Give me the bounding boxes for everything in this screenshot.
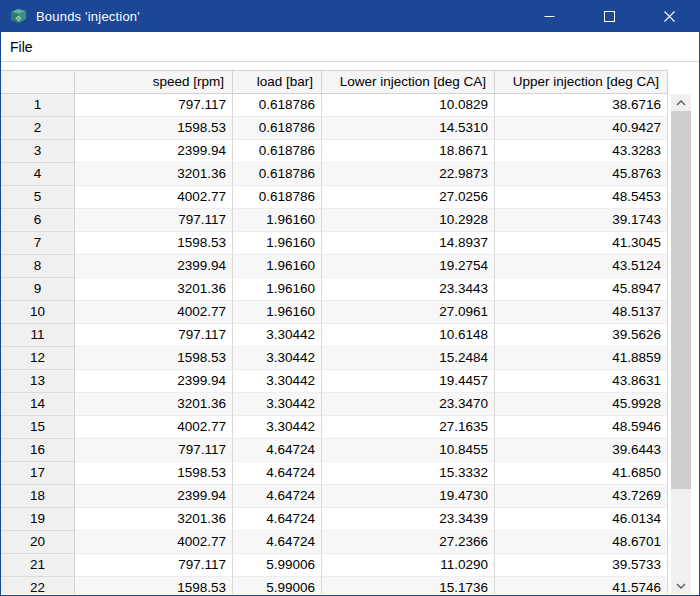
table-cell[interactable]: 2399.94 [75, 485, 233, 508]
table-cell[interactable]: 4.64724 [233, 439, 322, 462]
row-number-cell[interactable]: 12 [1, 347, 75, 370]
row-number-cell[interactable]: 18 [1, 485, 75, 508]
table-cell[interactable]: 40.9427 [495, 117, 668, 140]
table-cell[interactable]: 1598.53 [75, 347, 233, 370]
table-cell[interactable]: 39.6443 [495, 439, 668, 462]
table-cell[interactable]: 4.64724 [233, 531, 322, 554]
table-cell[interactable]: 10.8455 [322, 439, 495, 462]
table-cell[interactable]: 1598.53 [75, 117, 233, 140]
table-cell[interactable]: 39.5733 [495, 554, 668, 577]
column-header-lower-injection[interactable]: Lower injection [deg CA] [322, 70, 495, 94]
table-cell[interactable]: 1.96160 [233, 232, 322, 255]
table-cell[interactable]: 3.30442 [233, 347, 322, 370]
table-cell[interactable]: 0.618786 [233, 140, 322, 163]
table-cell[interactable]: 1598.53 [75, 462, 233, 485]
table-cell[interactable]: 45.8763 [495, 163, 668, 186]
table-cell[interactable]: 797.117 [75, 439, 233, 462]
table-cell[interactable]: 27.0961 [322, 301, 495, 324]
table-cell[interactable]: 38.6716 [495, 94, 668, 117]
scroll-up-button[interactable] [671, 94, 691, 111]
row-number-cell[interactable]: 13 [1, 370, 75, 393]
table-cell[interactable]: 4002.77 [75, 416, 233, 439]
table-cell[interactable]: 1.96160 [233, 278, 322, 301]
table-cell[interactable]: 3.30442 [233, 324, 322, 347]
table-cell[interactable]: 10.2928 [322, 209, 495, 232]
table-cell[interactable]: 15.2484 [322, 347, 495, 370]
table-cell[interactable]: 41.5746 [495, 577, 668, 594]
table-cell[interactable]: 3.30442 [233, 393, 322, 416]
row-number-cell[interactable]: 20 [1, 531, 75, 554]
table-cell[interactable]: 10.0829 [322, 94, 495, 117]
minimize-button[interactable] [519, 1, 579, 32]
table-cell[interactable]: 27.0256 [322, 186, 495, 209]
table-cell[interactable]: 3.30442 [233, 416, 322, 439]
table-cell[interactable]: 3201.36 [75, 393, 233, 416]
table-cell[interactable]: 0.618786 [233, 163, 322, 186]
table-cell[interactable]: 797.117 [75, 324, 233, 347]
corner-header-cell[interactable] [1, 70, 75, 94]
table-cell[interactable]: 48.5453 [495, 186, 668, 209]
table-cell[interactable]: 39.5626 [495, 324, 668, 347]
table-cell[interactable]: 1598.53 [75, 232, 233, 255]
table-cell[interactable]: 23.3439 [322, 508, 495, 531]
table-cell[interactable]: 4002.77 [75, 531, 233, 554]
row-number-cell[interactable]: 5 [1, 186, 75, 209]
table-cell[interactable]: 48.6701 [495, 531, 668, 554]
row-number-cell[interactable]: 6 [1, 209, 75, 232]
table-cell[interactable]: 5.99006 [233, 577, 322, 594]
row-number-cell[interactable]: 8 [1, 255, 75, 278]
table-cell[interactable]: 797.117 [75, 209, 233, 232]
table-cell[interactable]: 14.5310 [322, 117, 495, 140]
table-cell[interactable]: 18.8671 [322, 140, 495, 163]
table-cell[interactable]: 3201.36 [75, 278, 233, 301]
table-cell[interactable]: 4002.77 [75, 301, 233, 324]
table-cell[interactable]: 5.99006 [233, 554, 322, 577]
row-number-cell[interactable]: 11 [1, 324, 75, 347]
table-cell[interactable]: 1.96160 [233, 255, 322, 278]
table-cell[interactable]: 3201.36 [75, 163, 233, 186]
table-cell[interactable]: 2399.94 [75, 140, 233, 163]
table-cell[interactable]: 3201.36 [75, 508, 233, 531]
row-number-cell[interactable]: 2 [1, 117, 75, 140]
row-number-cell[interactable]: 15 [1, 416, 75, 439]
row-number-cell[interactable]: 1 [1, 94, 75, 117]
table-cell[interactable]: 48.5946 [495, 416, 668, 439]
table-cell[interactable]: 43.7269 [495, 485, 668, 508]
table-cell[interactable]: 1.96160 [233, 301, 322, 324]
table-cell[interactable]: 15.3332 [322, 462, 495, 485]
table-cell[interactable]: 39.1743 [495, 209, 668, 232]
table-cell[interactable]: 23.3470 [322, 393, 495, 416]
row-number-cell[interactable]: 17 [1, 462, 75, 485]
table-cell[interactable]: 2399.94 [75, 370, 233, 393]
table-cell[interactable]: 41.6850 [495, 462, 668, 485]
row-number-cell[interactable]: 4 [1, 163, 75, 186]
table-cell[interactable]: 15.1736 [322, 577, 495, 594]
table-cell[interactable]: 1598.53 [75, 577, 233, 594]
table-cell[interactable]: 14.8937 [322, 232, 495, 255]
row-number-cell[interactable]: 3 [1, 140, 75, 163]
table-cell[interactable]: 4.64724 [233, 462, 322, 485]
table-cell[interactable]: 797.117 [75, 94, 233, 117]
table-cell[interactable]: 45.9928 [495, 393, 668, 416]
table-cell[interactable]: 19.2754 [322, 255, 495, 278]
table-cell[interactable]: 22.9873 [322, 163, 495, 186]
table-cell[interactable]: 43.8631 [495, 370, 668, 393]
table-cell[interactable]: 0.618786 [233, 94, 322, 117]
row-number-cell[interactable]: 19 [1, 508, 75, 531]
table-cell[interactable]: 19.4730 [322, 485, 495, 508]
row-number-cell[interactable]: 7 [1, 232, 75, 255]
table-cell[interactable]: 10.6148 [322, 324, 495, 347]
table-cell[interactable]: 43.3283 [495, 140, 668, 163]
vertical-scrollbar[interactable] [671, 94, 691, 594]
table-cell[interactable]: 23.3443 [322, 278, 495, 301]
table-cell[interactable]: 46.0134 [495, 508, 668, 531]
table-cell[interactable]: 1.96160 [233, 209, 322, 232]
table-cell[interactable]: 27.2366 [322, 531, 495, 554]
table-cell[interactable]: 4002.77 [75, 186, 233, 209]
table-cell[interactable]: 19.4457 [322, 370, 495, 393]
scrollbar-thumb[interactable] [671, 111, 691, 489]
table-cell[interactable]: 4.64724 [233, 485, 322, 508]
table-cell[interactable]: 4.64724 [233, 508, 322, 531]
table-cell[interactable]: 0.618786 [233, 186, 322, 209]
table-cell[interactable]: 41.8859 [495, 347, 668, 370]
